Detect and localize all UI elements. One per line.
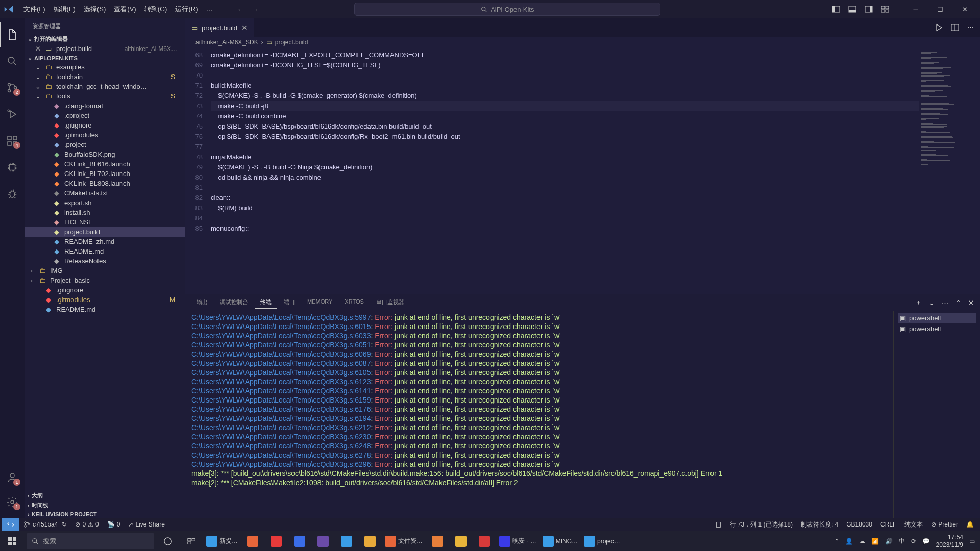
tray-chevron-icon[interactable]: ⌃ (834, 538, 839, 545)
sidebar-section[interactable]: ›时间线 (24, 500, 185, 510)
run-icon[interactable] (935, 23, 943, 32)
activity-chip-icon[interactable] (0, 155, 24, 180)
sync-icon[interactable]: ↻ (62, 521, 67, 528)
close-icon[interactable]: ✕ (35, 45, 41, 53)
editor-body[interactable]: 686970717273747576777879808182838485 cma… (185, 48, 980, 294)
breadcrumbs[interactable]: aithinker_Ai-M6X_SDK › ▭ project.build (185, 37, 980, 48)
sidebar-section[interactable]: ›KEIL UVISION PROJECT (24, 510, 185, 518)
close-tab-icon[interactable]: ✕ (241, 23, 248, 32)
action-center-icon[interactable]: ▭ (969, 538, 975, 545)
terminal-session[interactable]: ▣powershell (898, 313, 976, 323)
taskbar-app[interactable] (264, 531, 288, 552)
taskbar-search[interactable]: 搜索 (27, 533, 154, 549)
sidebar-more-icon[interactable]: ⋯ (172, 23, 177, 30)
task-view-icon[interactable] (180, 531, 203, 552)
file-item[interactable]: ◆project.build (24, 227, 185, 237)
panel-maximize-icon[interactable]: ⌃ (955, 299, 961, 307)
start-button[interactable] (0, 531, 24, 552)
sb-cursor-position[interactable]: 行 73，列 1 (已选择18) (726, 520, 797, 529)
panel-tab[interactable]: MEMORY (302, 296, 337, 309)
taskbar-app[interactable] (449, 531, 473, 552)
close-button[interactable]: ✕ (953, 2, 976, 17)
terminal-session[interactable]: ▣powershell (898, 323, 976, 334)
breadcrumb-segment[interactable]: project.build (275, 39, 308, 46)
breadcrumb-segment[interactable]: aithinker_Ai-M6X_SDK (195, 39, 258, 46)
more-actions-icon[interactable]: ⋯ (967, 23, 974, 32)
taskbar-app[interactable] (335, 531, 358, 552)
file-item[interactable]: ◆LICENSE (24, 217, 185, 227)
panel-more-icon[interactable]: ⋯ (942, 299, 948, 307)
layout-sidebar-left-icon[interactable] (832, 5, 840, 13)
cortana-icon[interactable] (156, 531, 180, 552)
activity-extensions[interactable]: 4 (0, 129, 24, 153)
file-item[interactable]: ◆README.md (24, 246, 185, 256)
taskbar-app[interactable]: MING… (540, 531, 581, 552)
folder-item[interactable]: ⌄🗀toolchain_gcc_t-head_windo… (24, 82, 185, 91)
tray-volume-icon[interactable]: 🔊 (885, 538, 893, 545)
file-item[interactable]: ◆CKLink_BL616.launch (24, 159, 185, 169)
activity-settings[interactable]: 1 (0, 490, 24, 514)
folder-item[interactable]: ⌄🗀toolsS (24, 91, 185, 101)
taskbar-app[interactable] (311, 531, 335, 552)
tray-sync-icon[interactable]: ⟳ (911, 538, 916, 545)
file-item[interactable]: ◆export.sh (24, 198, 185, 208)
open-editor-item[interactable]: ✕▭project.buildaithinker_Ai-M6X… (24, 44, 185, 54)
panel-tab[interactable]: 终端 (255, 296, 277, 309)
sb-encoding[interactable]: GB18030 (842, 520, 876, 529)
file-item[interactable]: ◆CKLink_BL702.launch (24, 169, 185, 179)
terminal-dropdown-icon[interactable]: ⌄ (929, 299, 935, 307)
activity-accounts[interactable]: 1 (0, 465, 24, 490)
taskbar-app[interactable]: 晚安 - … (496, 531, 540, 552)
file-item[interactable]: ◆.clang-format (24, 101, 185, 111)
tray-ime-icon[interactable]: 中 (899, 537, 905, 545)
sb-notifications[interactable]: 🔔 (962, 520, 978, 529)
sb-prettier[interactable]: ⊘Prettier (927, 520, 962, 529)
folder-item[interactable]: ›🗀Project_basic (24, 276, 185, 285)
file-item[interactable]: ◆CKLink_BL808.launch (24, 179, 185, 188)
panel-tab[interactable]: 调试控制台 (215, 296, 253, 309)
menu-item[interactable]: 转到(G) (140, 3, 172, 15)
folder-item[interactable]: ⌄🗀toolchainS (24, 72, 185, 82)
activity-explorer[interactable] (0, 22, 24, 47)
sb-branch[interactable]: c7f51ba4 ↻ (19, 521, 71, 528)
taskbar-app[interactable] (358, 531, 382, 552)
file-item[interactable]: ◆.gitmodulesM (24, 295, 185, 305)
file-item[interactable]: ◆.gitmodules (24, 130, 185, 140)
terminal-output[interactable]: C:\Users\YWLW\AppData\Local\Temp\ccQdBX3… (185, 311, 893, 518)
panel-tab[interactable]: 串口监视器 (371, 296, 409, 309)
file-item[interactable]: ◆.gitignore (24, 285, 185, 295)
tray-people-icon[interactable]: 👤 (845, 538, 853, 545)
remote-indicator[interactable] (2, 518, 19, 531)
code-content[interactable]: cmake_definition+= -DCMAKE_EXPORT_COMPIL… (211, 48, 919, 294)
command-center[interactable]: AiPi-Open-Kits (354, 3, 660, 16)
sb-tabsize[interactable]: 制表符长度: 4 (797, 520, 842, 529)
file-item[interactable]: ◆ReleaseNotes (24, 256, 185, 266)
file-item[interactable]: ◆.project (24, 140, 185, 149)
taskbar-app[interactable] (241, 531, 264, 552)
tray-wifi-icon[interactable]: 📶 (871, 538, 879, 545)
taskbar-app[interactable]: 新提… (203, 531, 241, 552)
minimap[interactable]: ▬▬▬▬▬▬▬▬▬▬▬▬▬▬▬▬▬▬▬▬▬▬▬▬▬▬▬▬▬▬▬▬▬▬▬▬▬▬▬▬… (919, 48, 980, 294)
sb-liveshare[interactable]: ↗ Live Share (124, 521, 168, 528)
activity-run-debug[interactable] (0, 102, 24, 127)
menu-item[interactable]: 选择(S) (80, 3, 110, 15)
activity-bug-icon[interactable] (0, 182, 24, 206)
panel-tab[interactable]: 输出 (191, 296, 213, 309)
new-terminal-icon[interactable]: ＋ (915, 298, 922, 307)
sb-file-nav-icon[interactable] (711, 520, 726, 529)
layout-panel-icon[interactable] (848, 5, 856, 13)
folder-item[interactable]: ⌄🗀examples (24, 62, 185, 72)
taskbar-app[interactable]: 文件资… (382, 531, 426, 552)
file-item[interactable]: ◆CMakeLists.txt (24, 188, 185, 198)
menu-item[interactable]: 查看(V) (110, 3, 140, 15)
layout-customize-icon[interactable] (881, 5, 889, 13)
split-editor-icon[interactable] (951, 23, 959, 32)
sb-language[interactable]: 纯文本 (900, 520, 927, 529)
nav-forward-icon[interactable]: → (252, 6, 258, 13)
taskbar-app[interactable] (426, 531, 449, 552)
file-item[interactable]: ◆install.sh (24, 208, 185, 217)
open-editors-section[interactable]: ⌄ 打开的编辑器 (24, 34, 185, 44)
taskbar-clock[interactable]: 17:54 2023/11/9 (936, 534, 963, 548)
taskbar-app[interactable]: projec… (581, 531, 623, 552)
folder-section[interactable]: ⌄ AIPI-OPEN-KITS (24, 54, 185, 62)
